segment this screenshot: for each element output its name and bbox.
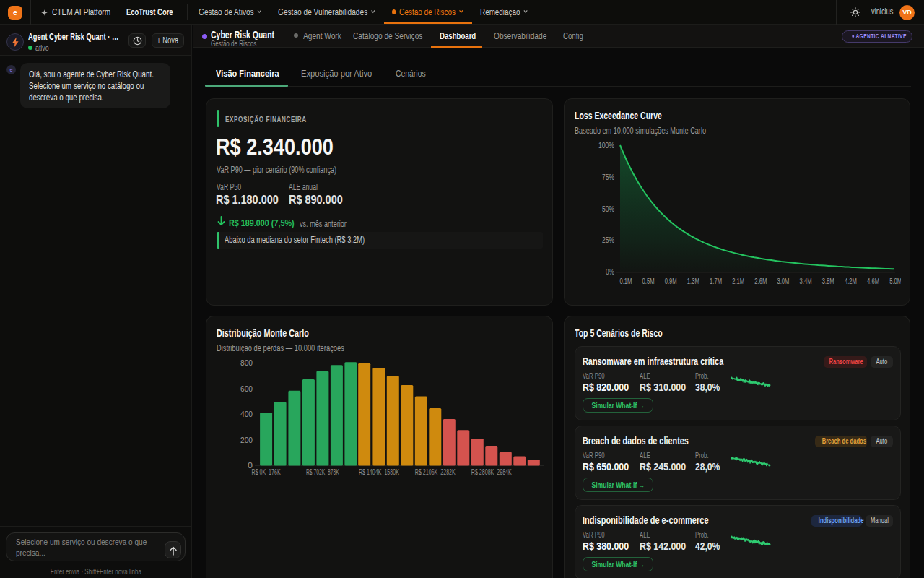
svg-text:0.9M: 0.9M	[665, 277, 677, 285]
svg-text:50%: 50%	[602, 204, 614, 213]
svg-text:600: 600	[240, 384, 253, 393]
svg-text:100%: 100%	[598, 141, 614, 150]
svg-text:1.7M: 1.7M	[710, 277, 722, 285]
svg-text:25%: 25%	[602, 236, 614, 244]
svg-text:2.6M: 2.6M	[754, 277, 767, 285]
svg-text:3.0M: 3.0M	[777, 277, 789, 285]
svg-text:R$ 702K–878K: R$ 702K–878K	[306, 468, 339, 476]
svg-text:1.3M: 1.3M	[687, 277, 699, 285]
svg-text:0.1M: 0.1M	[619, 277, 632, 285]
svg-text:2.1M: 2.1M	[732, 277, 744, 285]
svg-text:4.2M: 4.2M	[845, 277, 857, 285]
svg-text:800: 800	[240, 358, 253, 367]
svg-text:R$ 2106K–2282K: R$ 2106K–2282K	[415, 468, 456, 476]
svg-text:4.6M: 4.6M	[867, 277, 879, 285]
svg-text:5.0M: 5.0M	[889, 277, 901, 285]
svg-text:0%: 0%	[606, 267, 614, 276]
svg-text:0.5M: 0.5M	[642, 277, 655, 285]
svg-text:3.8M: 3.8M	[822, 277, 834, 285]
svg-text:75%: 75%	[602, 173, 614, 181]
svg-text:400: 400	[240, 410, 253, 418]
svg-text:R$ 1404K–1580K: R$ 1404K–1580K	[359, 468, 399, 476]
svg-text:R$ 2808K–2984K: R$ 2808K–2984K	[471, 468, 512, 476]
svg-text:R$ 0K–176K: R$ 0K–176K	[252, 468, 281, 476]
svg-text:200: 200	[240, 436, 253, 444]
svg-text:3.4M: 3.4M	[800, 277, 812, 285]
